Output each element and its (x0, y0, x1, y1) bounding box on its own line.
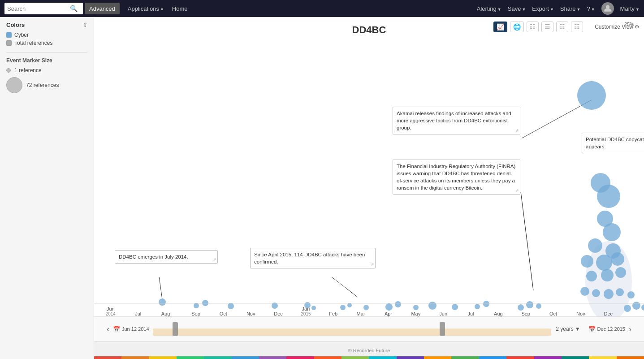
colors-label: Colors (6, 22, 25, 28)
zoom-button[interactable]: 2 years ▼ (556, 326, 580, 332)
stripe-segment (479, 356, 506, 359)
zoom-container: 2 years ▼ (556, 326, 580, 332)
home-link[interactable]: Home (172, 5, 188, 12)
stripe-segment (341, 356, 369, 359)
annotation-4[interactable]: The Financial Industry Regulatory Author… (393, 160, 520, 195)
bubble[interactable] (597, 185, 620, 208)
nav-arrow-left[interactable]: ‹ (103, 324, 113, 334)
annotation-3[interactable]: Akamai releases findings of increased at… (393, 107, 520, 134)
color-legend: Cyber Total references (6, 32, 87, 46)
share-link[interactable]: Share▼ (560, 5, 581, 12)
stripe-segment (506, 356, 534, 359)
cyber-label: Cyber (14, 32, 29, 38)
alerting-link[interactable]: Alerting▼ (477, 5, 501, 12)
chevron-down-icon: ▼ (575, 326, 580, 332)
stripe-segment (424, 356, 451, 359)
stripe-segment (259, 356, 286, 359)
bubble[interactable] (604, 289, 614, 299)
nav-arrow-right[interactable]: › (625, 324, 635, 334)
x-tick: Feb (329, 311, 337, 316)
zoom-label: 2 years (556, 326, 573, 332)
ann3-resize[interactable]: ⇗ (515, 128, 519, 134)
bubble[interactable] (586, 271, 597, 281)
stripe-segment (94, 356, 121, 359)
x-tick: Oct (549, 311, 557, 316)
annotation-1[interactable]: DD4BC emerges in July 2014. ⇗ (115, 250, 218, 264)
ann4-line (521, 192, 533, 290)
ann3-line (522, 100, 592, 138)
timeline-fill (153, 329, 552, 336)
stripe-segment (314, 356, 341, 359)
annotation-5[interactable]: Potential DD4BC copycat, The Armada Coll… (582, 133, 644, 153)
export-link[interactable]: Export▼ (532, 5, 554, 12)
stripe-segment (589, 356, 616, 359)
search-box[interactable]: 🔍 (4, 3, 83, 14)
stripe-segment (149, 356, 177, 359)
bubble[interactable] (615, 267, 626, 278)
nav-right: Alerting▼ Save▼ Export▼ Share▼ ?▼ Marty▼ (477, 2, 640, 15)
annotation-2[interactable]: Since April 2015, 114 DD4BC attacks have… (250, 248, 376, 268)
bubble[interactable] (592, 289, 600, 297)
avatar[interactable] (601, 2, 614, 15)
ann1-line (159, 277, 162, 299)
top-navigation: 🔍 Advanced Applications▼ Home Alerting▼ … (0, 0, 644, 17)
bubble[interactable] (611, 252, 624, 266)
x-tick: Apr (385, 311, 392, 316)
x-tick: Aug (494, 311, 503, 316)
bubble[interactable] (588, 238, 602, 253)
advanced-button[interactable]: Advanced (85, 3, 120, 14)
bubble[interactable] (596, 255, 612, 271)
marker-size-title: Event Marker Size (6, 57, 87, 64)
ann4-resize[interactable]: ⇗ (515, 188, 519, 194)
search-button[interactable]: 🔍 (70, 5, 78, 12)
stripe-segment (397, 356, 424, 359)
bubble[interactable] (603, 223, 621, 241)
date-range-left: 📅 Jun 12 2014 (113, 326, 149, 333)
bubble-large[interactable] (577, 81, 606, 110)
help-link[interactable]: ?▼ (587, 5, 595, 12)
bubble[interactable] (581, 255, 593, 268)
search-input[interactable] (7, 5, 70, 12)
marker-size-section: Event Marker Size 1 reference 72 referen… (6, 57, 87, 93)
timeline-inner[interactable] (153, 322, 552, 336)
ann1-text: DD4BC emerges in July 2014. (119, 254, 188, 260)
bubble[interactable] (601, 269, 614, 281)
save-link[interactable]: Save▼ (508, 5, 526, 12)
x-tick: Oct (220, 311, 227, 316)
x-tick: Aug (161, 311, 170, 316)
small-marker (6, 68, 11, 73)
timeline-handle-left[interactable] (173, 322, 178, 336)
divider (6, 52, 87, 53)
date-right-label: Dec 12 2015 (597, 326, 625, 332)
x-axis: Jun2014 Jul Aug Sep Oct Nov Dec Jan2015 … (94, 303, 644, 316)
user-menu[interactable]: Marty▼ (620, 5, 640, 12)
bubble[interactable] (616, 288, 624, 296)
bubble[interactable] (580, 287, 589, 296)
date-left-label: Jun 12 2014 (122, 326, 149, 332)
timeline-handle-right[interactable] (440, 322, 445, 336)
cyber-swatch (6, 32, 12, 38)
ann2-line (332, 277, 358, 297)
marker-small-row: 1 reference (6, 67, 87, 74)
applications-link[interactable]: Applications▼ (128, 5, 164, 12)
ann2-resize[interactable]: ⇗ (371, 262, 374, 268)
cal-icon-left: 📅 (113, 326, 120, 333)
x-tick: Jun2014 (106, 306, 116, 316)
collapse-icon[interactable]: ⇧ (83, 22, 87, 28)
stripe-segment (534, 356, 562, 359)
x-tick: Jul (467, 311, 474, 316)
left-panel: Colors ⇧ Cyber Total references Event Ma… (0, 17, 94, 359)
stripe-segment (451, 356, 479, 359)
x-tick: Nov (246, 311, 255, 316)
cal-icon-right: 📅 (588, 326, 596, 333)
color-item-cyber: Cyber (6, 32, 87, 38)
ann2-text: Since April 2015, 114 DD4BC attacks have… (254, 252, 365, 264)
stripe-segment (617, 356, 644, 359)
large-marker-label: 72 references (26, 82, 59, 88)
date-range-right: 📅 Dec 12 2015 (588, 326, 625, 333)
color-item-total: Total references (6, 40, 87, 46)
ann1-resize[interactable]: ⇗ (213, 257, 216, 263)
percent-label: 25% (624, 22, 634, 27)
bubble[interactable] (627, 291, 635, 298)
main-area: Colors ⇧ Cyber Total references Event Ma… (0, 17, 644, 359)
